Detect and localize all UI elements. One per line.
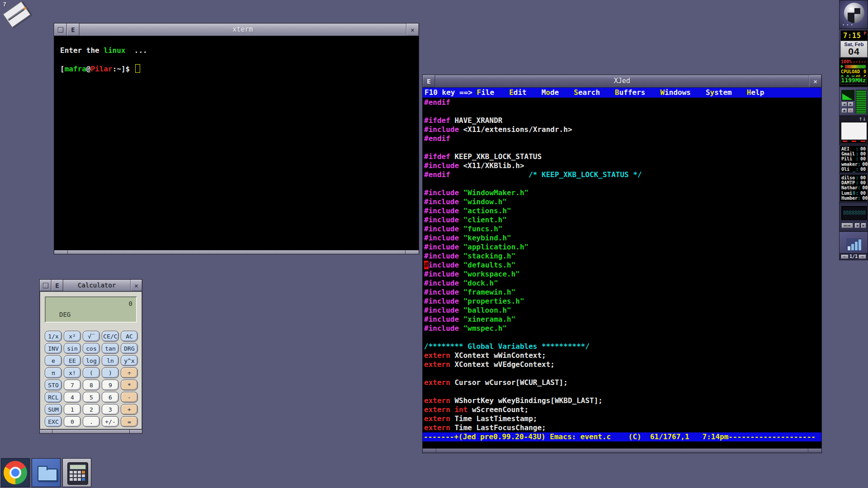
calc-button-AC[interactable]: AC	[121, 331, 138, 342]
menu-item-windows[interactable]: Windows	[660, 88, 690, 98]
calc-button-6[interactable]: 6	[102, 392, 119, 403]
calc-button-8[interactable]: 8	[83, 380, 100, 390]
calculator-keypad: 1/xx²√‾CE/CACINVsincostanDRGeEEloglny^xπ…	[45, 331, 138, 427]
xjed-titlebar[interactable]: E XJed ✕	[423, 75, 821, 88]
code-line: extern XContext wWinContext;	[424, 351, 642, 360]
calc-button-INV[interactable]: INV	[45, 343, 62, 354]
clip-icon[interactable]: 7	[1, 1, 31, 31]
xterm-titlebar[interactable]: E xterm ✕	[54, 23, 419, 36]
dock-pager-applet[interactable]: ← 1/1 →	[839, 231, 868, 260]
calc-button-tan[interactable]: tan	[102, 343, 119, 354]
lcd-next-button[interactable]: ▶	[861, 223, 866, 228]
terminal-line	[60, 55, 147, 64]
miniaturize-icon	[58, 27, 63, 33]
mailbox-name: Oli	[841, 167, 849, 172]
dock-mail-applet-2[interactable]: dilso:00DAMTP:00Nathar:00Lumi8:00Humber:…	[839, 174, 868, 202]
file-manager-launcher[interactable]	[32, 458, 61, 487]
calc-button-x![interactable]: x!	[64, 367, 81, 378]
code-line: extern XContext wVEdgeContext;	[424, 360, 642, 369]
calc-button-log[interactable]: log	[83, 355, 100, 366]
mail-row: Nathar:00	[841, 185, 866, 190]
mailbox-count: 00	[862, 196, 868, 201]
menu-item-buffers[interactable]: Buffers	[615, 88, 645, 98]
dock-mail-applet-1[interactable]: AEI:00Gmail:00Pili:00wmaker:00Oli_:00	[839, 145, 868, 174]
calc-button-([interactable]: (	[83, 367, 100, 378]
calc-button-STO[interactable]: STO	[45, 380, 62, 390]
xjed-e-button[interactable]: E	[423, 75, 435, 87]
calculator-titlebar[interactable]: E Calculator ✕	[40, 280, 142, 291]
calc-button-+[interactable]: +	[121, 404, 138, 415]
calc-button-DRG[interactable]: DRG	[121, 343, 138, 354]
mute-button[interactable]: ✕	[848, 108, 854, 113]
calc-button-÷[interactable]: ÷	[121, 367, 138, 378]
miniaturize-button[interactable]	[54, 23, 67, 36]
calc-button-3[interactable]: 3	[102, 404, 119, 415]
calc-button-cos[interactable]: cos	[83, 343, 100, 354]
xterm-e-button[interactable]: E	[67, 23, 80, 36]
calculator-launcher[interactable]	[62, 458, 91, 487]
calculator-title: Calculator	[63, 280, 130, 291]
record-button[interactable]: ●	[841, 108, 847, 113]
calculator-e-button[interactable]: E	[52, 280, 63, 291]
calc-button-SUM[interactable]: SUM	[45, 404, 62, 415]
pager-label: 1/1	[849, 254, 858, 259]
lcd-prev-button[interactable]: ◀	[854, 223, 860, 228]
calc-button-ln[interactable]: ln	[102, 355, 119, 366]
calc-button--[interactable]: -	[121, 392, 138, 403]
calc-button-=[interactable]: =	[121, 416, 138, 427]
calc-button-π[interactable]: π	[45, 367, 62, 378]
calc-button-√‾[interactable]: √‾	[83, 331, 100, 342]
calc-button-x²[interactable]: x²	[64, 331, 81, 342]
calc-button-y^x[interactable]: y^x	[121, 355, 138, 366]
close-icon[interactable]: ✕	[406, 23, 419, 36]
calc-button-EE[interactable]: EE	[64, 355, 81, 366]
calc-button-e[interactable]: e	[45, 355, 62, 366]
xterm-screen[interactable]: Enter the linux ...[mafra@Pilar:~]$	[54, 36, 419, 250]
calc-button-2[interactable]: 2	[83, 404, 100, 415]
calc-button-4[interactable]: 4	[64, 392, 81, 403]
menu-item-file[interactable]: File	[477, 88, 495, 98]
calc-button-9[interactable]: 9	[102, 380, 119, 390]
calc-button-RCL[interactable]: RCL	[45, 392, 62, 403]
dock-lcd-applet[interactable]: 88888888 ◀ ▶	[839, 202, 868, 231]
miniaturize-button[interactable]	[40, 280, 52, 291]
mixer-prev-button[interactable]: ◀	[841, 102, 847, 107]
resize-notch	[52, 430, 52, 433]
dock-app-logo[interactable]: ...	[839, 0, 868, 29]
calc-button-1/x[interactable]: 1/x	[45, 331, 62, 342]
calc-button-EXC[interactable]: EXC	[45, 416, 62, 427]
calc-button-CE/C[interactable]: CE/C	[102, 331, 119, 342]
pager-prev-button[interactable]: ←	[841, 254, 849, 259]
calc-button-0[interactable]: 0	[64, 416, 81, 427]
calc-button-)[interactable]: )	[102, 367, 119, 378]
close-icon[interactable]: ✕	[809, 75, 821, 87]
menu-item-mode[interactable]: Mode	[542, 88, 559, 98]
dock-cpu-applet[interactable]: 100% --:-- CPULOAD 0 0.0 W 45 C 1199MHz	[839, 58, 868, 87]
mail-row: Humber:00	[841, 196, 866, 201]
xjed-edit-area[interactable]: #endif#ifdef HAVE_XRANDR#include <X11/ex…	[423, 98, 821, 432]
xjed-resize-handle[interactable]	[423, 448, 821, 453]
calc-button-1[interactable]: 1	[64, 404, 81, 415]
menu-item-help[interactable]: Help	[747, 88, 764, 98]
dock-monitor-applet[interactable]: ↑↓	[839, 116, 868, 145]
calc-button-+/-[interactable]: +/-	[102, 416, 119, 427]
calc-button-sin[interactable]: sin	[64, 343, 81, 354]
lcd-connect-button[interactable]	[841, 223, 853, 228]
calc-button-*[interactable]: *	[121, 380, 138, 390]
menu-item-system[interactable]: System	[706, 88, 732, 98]
calc-button-.[interactable]: .	[83, 416, 100, 427]
dock-mixer-applet[interactable]: ◀ ▶ ● ✕	[839, 87, 868, 116]
mixer-next-button[interactable]: ▶	[848, 102, 854, 107]
xterm-resize-handle[interactable]	[54, 250, 419, 254]
xterm-window: E xterm ✕ Enter the linux ...[mafra@Pila…	[54, 23, 419, 254]
calc-button-7[interactable]: 7	[64, 380, 81, 390]
calc-button-5[interactable]: 5	[83, 392, 100, 403]
calculator-resize-handle[interactable]	[40, 429, 142, 433]
dock-clock-applet[interactable]: 7:15 P Sat, Feb 04	[839, 29, 868, 58]
pager-next-button[interactable]: →	[859, 254, 866, 259]
chrome-launcher[interactable]	[1, 458, 30, 487]
close-icon[interactable]: ✕	[130, 280, 142, 291]
menu-item-search[interactable]: Search	[574, 88, 600, 98]
menu-item-edit[interactable]: Edit	[509, 88, 527, 98]
lcd-ghost-digits: 88888888	[842, 206, 867, 219]
